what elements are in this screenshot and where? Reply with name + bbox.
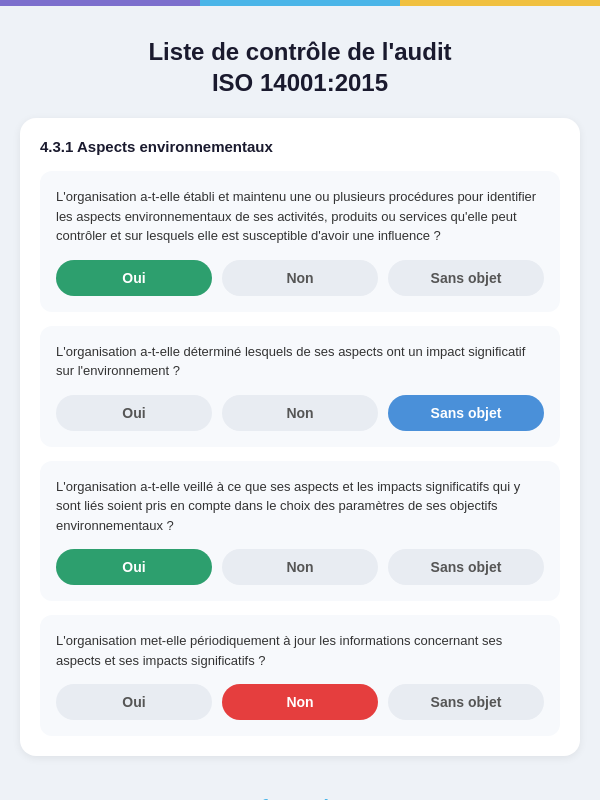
question-text-4: L'organisation met-elle périodiquement à… <box>56 631 544 670</box>
question-text-2: L'organisation a-t-elle déterminé lesque… <box>56 342 544 381</box>
footer: SafetyCulture <box>215 776 385 800</box>
btn-q4-sans-objet[interactable]: Sans objet <box>388 684 544 720</box>
btn-q4-oui[interactable]: Oui <box>56 684 212 720</box>
btn-q1-sans-objet[interactable]: Sans objet <box>388 260 544 296</box>
page-header: Liste de contrôle de l'audit ISO 14001:2… <box>128 6 471 118</box>
section-container: 4.3.1 Aspects environnementaux L'organis… <box>20 118 580 756</box>
btn-q4-non[interactable]: Non <box>222 684 378 720</box>
question-card-1: L'organisation a-t-elle établi et mainte… <box>40 171 560 312</box>
btn-q3-sans-objet[interactable]: Sans objet <box>388 549 544 585</box>
question-text-3: L'organisation a-t-elle veillé à ce que … <box>56 477 544 536</box>
btn-group-4: Oui Non Sans objet <box>56 684 544 720</box>
question-card-4: L'organisation met-elle périodiquement à… <box>40 615 560 736</box>
question-card-2: L'organisation a-t-elle déterminé lesque… <box>40 326 560 447</box>
btn-q2-sans-objet[interactable]: Sans objet <box>388 395 544 431</box>
brand-italic: Culture <box>295 796 365 800</box>
brand-logo: SafetyCulture <box>235 796 365 800</box>
btn-q2-oui[interactable]: Oui <box>56 395 212 431</box>
question-text-1: L'organisation a-t-elle établi et mainte… <box>56 187 544 246</box>
btn-q3-non[interactable]: Non <box>222 549 378 585</box>
btn-q2-non[interactable]: Non <box>222 395 378 431</box>
btn-q1-non[interactable]: Non <box>222 260 378 296</box>
btn-group-3: Oui Non Sans objet <box>56 549 544 585</box>
btn-group-1: Oui Non Sans objet <box>56 260 544 296</box>
page-title: Liste de contrôle de l'audit ISO 14001:2… <box>148 36 451 98</box>
question-card-3: L'organisation a-t-elle veillé à ce que … <box>40 461 560 602</box>
btn-q3-oui[interactable]: Oui <box>56 549 212 585</box>
section-title: 4.3.1 Aspects environnementaux <box>40 138 560 155</box>
btn-group-2: Oui Non Sans objet <box>56 395 544 431</box>
btn-q1-oui[interactable]: Oui <box>56 260 212 296</box>
